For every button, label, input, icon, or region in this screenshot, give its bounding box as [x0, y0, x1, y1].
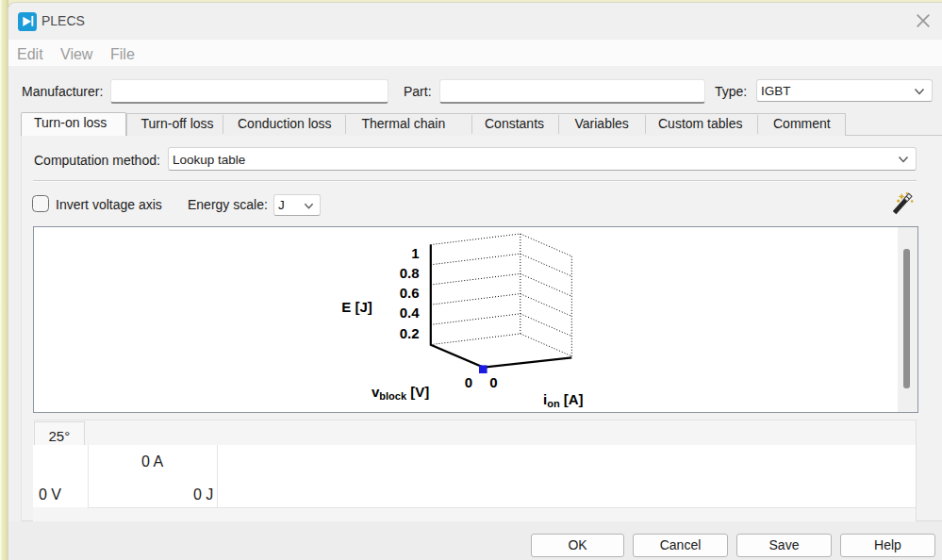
svg-text:0.6: 0.6 — [400, 285, 420, 301]
svg-text:vblock [V]: vblock [V] — [372, 384, 429, 402]
svg-text:0.2: 0.2 — [400, 325, 420, 341]
svg-text:ion [A]: ion [A] — [543, 391, 584, 409]
svg-text:E [J]: E [J] — [341, 299, 372, 315]
svg-text:0.8: 0.8 — [400, 265, 420, 281]
svg-text:0: 0 — [465, 374, 472, 390]
svg-text:0: 0 — [489, 374, 497, 390]
svg-text:0.4: 0.4 — [400, 305, 421, 321]
svg-text:1: 1 — [411, 245, 419, 261]
